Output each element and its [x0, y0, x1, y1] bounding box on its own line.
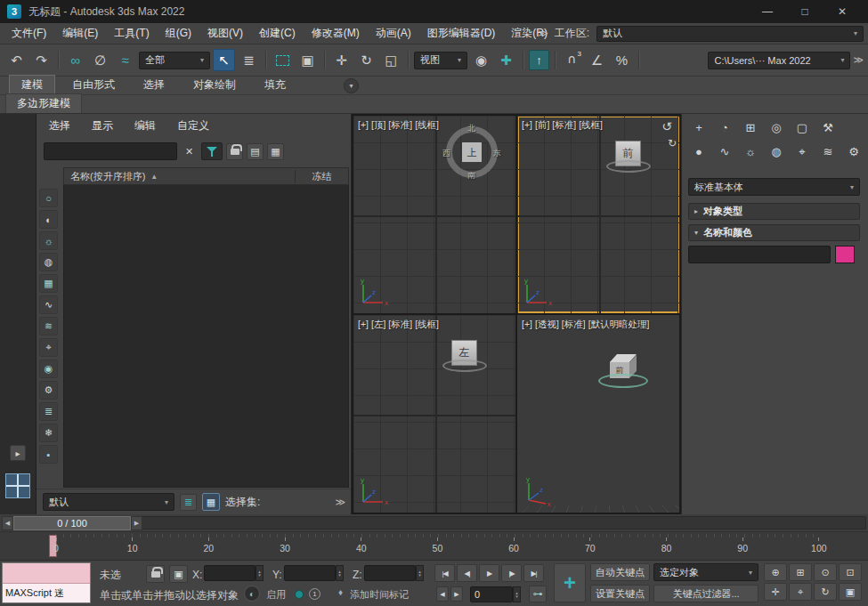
y-coordinate-field[interactable]	[284, 565, 336, 581]
selection-lock-toggle[interactable]	[146, 565, 165, 583]
percent-snap-toggle[interactable]: %	[611, 49, 633, 71]
utilities-tab-icon[interactable]: ⚒	[816, 117, 840, 138]
shapes-category-icon[interactable]: ∿	[713, 141, 736, 162]
viewport-label[interactable]: [顶]	[371, 119, 385, 132]
unlink-selection-icon[interactable]: ∅	[89, 49, 111, 71]
previous-key-button[interactable]: ◀	[436, 586, 449, 602]
go-to-end-button[interactable]: ▶|	[523, 564, 544, 582]
viewport-label[interactable]: [标准]	[552, 119, 576, 132]
time-slider[interactable]: ◀ 0 / 100 ▶	[0, 514, 868, 532]
explorer-filter-icon[interactable]: ▦	[39, 274, 58, 293]
viewport-label[interactable]: [+]	[358, 119, 369, 132]
close-button[interactable]: ✕	[823, 0, 861, 23]
explorer-filter-icon[interactable]: ○	[39, 189, 58, 207]
viewport-label[interactable]: [透视]	[535, 319, 559, 331]
viewport-label[interactable]: [线框]	[415, 119, 439, 132]
select-by-name-button[interactable]: ≣	[238, 49, 260, 71]
redo-button[interactable]: ↷	[30, 49, 53, 71]
menu-item[interactable]: 图形编辑器(D)	[419, 23, 504, 44]
ribbon-tab-modeling[interactable]: 建模	[9, 75, 55, 94]
viewport-top[interactable]: [+][顶][标准][线框] 上 北 东 南 西 x y z	[353, 116, 515, 313]
motion-tab-icon[interactable]: ◎	[765, 117, 788, 138]
listener-macro-line[interactable]	[3, 563, 90, 584]
viewport-label[interactable]: [标准]	[388, 319, 412, 331]
next-frame-button[interactable]: |▶	[501, 564, 522, 582]
explorer-filter-icon[interactable]: ≣	[39, 402, 58, 421]
viewport-label[interactable]: [+]	[522, 119, 532, 132]
hierarchy-tab-icon[interactable]: ⊞	[739, 117, 762, 138]
menu-item[interactable]: 组(G)	[158, 23, 199, 44]
column-settings-icon[interactable]: ▦	[267, 143, 284, 160]
systems-category-icon[interactable]: ⚙	[842, 141, 865, 162]
orbit-arrow-icon[interactable]: ↻	[668, 137, 677, 149]
orbit-arrow-icon[interactable]: ↺	[661, 119, 672, 133]
viewport-left[interactable]: [+][左][标准][线框] 左 x y z	[353, 315, 515, 513]
active-layer-dropdown[interactable]: 默认 ▾	[43, 493, 174, 511]
x-coordinate-field[interactable]	[204, 565, 256, 581]
zoom-extents-icon[interactable]: ⊙	[814, 563, 837, 581]
pan-icon[interactable]: ✛	[764, 583, 787, 601]
display-tab-icon[interactable]: ▢	[791, 117, 814, 138]
key-filters-button[interactable]: 关键点过滤器...	[653, 585, 758, 602]
auto-key-button[interactable]: 自动关键点	[590, 563, 650, 581]
viewport-label[interactable]: [标准]	[388, 119, 412, 132]
toolbar-overflow-icon[interactable]: ≫	[853, 54, 863, 66]
menu-item[interactable]: 视图(V)	[199, 23, 251, 44]
ribbon-options-button[interactable]: ▾	[344, 78, 359, 93]
cameras-category-icon[interactable]: ◍	[765, 141, 788, 162]
window-crossing-toggle[interactable]: ▣	[296, 49, 319, 71]
select-object-button[interactable]: ↖	[213, 49, 235, 71]
explorer-filter-icon[interactable]: ☼	[39, 231, 58, 250]
name-and-color-rollout[interactable]: ▾ 名称和颜色	[688, 224, 860, 241]
walk-through-icon[interactable]: ⌖	[789, 583, 812, 601]
explorer-menu-display[interactable]: 显示	[92, 118, 113, 133]
explorer-filter-icon[interactable]: ◍	[39, 253, 58, 271]
viewport-label[interactable]: [+]	[522, 319, 532, 331]
add-time-tag-label[interactable]: 添加时间标记	[350, 588, 409, 602]
lights-category-icon[interactable]: ☼	[739, 141, 762, 162]
spinner-icon[interactable]	[416, 565, 424, 581]
new-layer-icon[interactable]: ▦	[202, 493, 220, 511]
previous-frame-arrow[interactable]: ◀	[2, 516, 13, 530]
menu-item[interactable]: 动画(A)	[368, 23, 419, 44]
selection-filter-dropdown[interactable]: 全部 ▾	[139, 52, 210, 69]
freeze-column-header[interactable]: 冻结	[295, 170, 348, 183]
zoom-region-icon[interactable]: ⊡	[839, 563, 862, 581]
explorer-menu-edit[interactable]: 编辑	[134, 118, 156, 133]
menu-item[interactable]: 工具(T)	[106, 23, 157, 44]
notification-badge[interactable]: 1	[309, 588, 320, 600]
filter-button[interactable]	[201, 142, 223, 160]
current-frame-field[interactable]	[470, 586, 513, 602]
manage-layers-icon[interactable]: ≣	[180, 494, 197, 511]
listener-script-line[interactable]: MAXScript 迷	[3, 584, 90, 602]
rectangular-selection-region-button[interactable]	[272, 49, 294, 71]
next-key-button[interactable]: ▶	[450, 586, 463, 602]
spinner-icon[interactable]	[336, 565, 344, 581]
scene-security-icon[interactable]: ◐	[244, 586, 260, 602]
use-pivot-point-button[interactable]: ◉	[470, 49, 492, 71]
previous-frame-button[interactable]: ◀|	[457, 564, 477, 582]
select-and-rotate-button[interactable]: ↻	[355, 49, 377, 71]
spacewarps-category-icon[interactable]: ≋	[816, 141, 840, 162]
track-bar[interactable]: 0102030405060708090100	[0, 532, 868, 561]
explorer-menu-customize[interactable]: 自定义	[177, 118, 209, 133]
explorer-filter-icon[interactable]: ⚙	[39, 381, 58, 400]
viewport-label[interactable]: [线框]	[415, 319, 439, 331]
geometry-category-icon[interactable]: ●	[687, 141, 710, 162]
explorer-filter-icon[interactable]: ▪	[39, 445, 58, 464]
key-mode-toggle-button[interactable]: ⊶	[529, 586, 547, 602]
ribbon-tab-freeform[interactable]: 自由形式	[61, 76, 126, 94]
viewcube-compass-ring[interactable]	[606, 160, 651, 173]
spinner-icon[interactable]	[513, 586, 521, 602]
select-and-manipulate-button[interactable]: ✚	[495, 49, 517, 71]
maximize-button[interactable]: □	[786, 0, 823, 23]
object-color-swatch[interactable]	[835, 246, 855, 263]
lock-explorer-button[interactable]	[226, 143, 243, 160]
viewport-label[interactable]: [标准]	[562, 319, 586, 331]
snaps-toggle-button[interactable]: ∪ 3	[561, 49, 583, 71]
menu-item[interactable]: 文件(F)	[4, 23, 54, 44]
set-keys-button[interactable]: +	[554, 563, 586, 602]
keyboard-shortcut-override-toggle[interactable]: ↑	[529, 50, 549, 70]
viewport-layout-tabs-icon[interactable]	[5, 473, 30, 498]
flyout-arrow-button[interactable]: ▸	[10, 445, 26, 461]
